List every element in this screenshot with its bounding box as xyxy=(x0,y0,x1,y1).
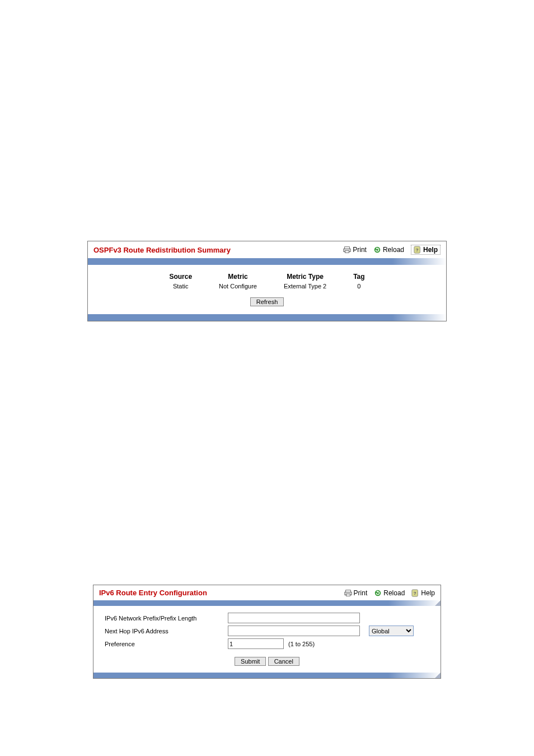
divider-bar-bottom xyxy=(88,314,446,321)
panel-title: IPv6 Route Entry Configuration xyxy=(99,589,344,597)
table-row: Static Not Configure External Type 2 0 xyxy=(156,282,378,291)
panel-header: OSPFv3 Route Redistribution Summary Prin… xyxy=(88,241,446,258)
button-row: Refresh xyxy=(88,292,446,314)
reload-label: Reload xyxy=(383,589,405,597)
cell-source: Static xyxy=(156,282,205,291)
panel-header: IPv6 Route Entry Configuration Print Rel… xyxy=(93,585,441,600)
col-metric: Metric xyxy=(205,272,270,282)
preference-input[interactable] xyxy=(228,638,284,649)
col-tag: Tag xyxy=(340,272,378,282)
table-header-row: Source Metric Metric Type Tag xyxy=(156,272,378,282)
help-label: Help xyxy=(423,246,438,254)
help-icon: ? xyxy=(414,246,421,254)
header-actions: Print Reload ? Help xyxy=(344,589,435,597)
cell-metric: Not Configure xyxy=(205,282,270,291)
help-button[interactable]: ? Help xyxy=(411,589,435,597)
reload-icon xyxy=(374,589,382,597)
cell-metric-type: External Type 2 xyxy=(270,282,340,291)
prefix-row: IPv6 Network Prefix/Prefix Length xyxy=(105,613,429,623)
svg-text:?: ? xyxy=(414,590,416,595)
ospfv3-summary-panel: OSPFv3 Route Redistribution Summary Prin… xyxy=(87,241,447,321)
divider-bar xyxy=(93,600,441,606)
reload-button[interactable]: Reload xyxy=(374,589,405,597)
prefix-input[interactable] xyxy=(228,613,360,623)
reload-label: Reload xyxy=(383,246,404,254)
reload-button[interactable]: Reload xyxy=(373,246,404,254)
summary-table: Source Metric Metric Type Tag Static Not… xyxy=(156,272,378,291)
divider-bar-bottom xyxy=(93,673,441,678)
print-icon xyxy=(344,589,352,597)
reload-icon xyxy=(373,246,381,254)
nexthop-row: Next Hop IPv6 Address Global xyxy=(105,626,429,636)
header-actions: Print Reload ? Help xyxy=(343,245,441,255)
help-label: Help xyxy=(421,589,435,597)
button-row: Submit Cancel xyxy=(93,654,441,673)
panel-title: OSPFv3 Route Redistribution Summary xyxy=(93,246,343,254)
nexthop-scope-select[interactable]: Global xyxy=(369,626,414,636)
col-source: Source xyxy=(156,272,205,282)
print-label: Print xyxy=(354,589,368,597)
prefix-label: IPv6 Network Prefix/Prefix Length xyxy=(105,615,228,622)
preference-label: Preference xyxy=(105,641,228,647)
corner-triangle-icon xyxy=(435,600,441,606)
preference-range: (1 to 255) xyxy=(288,641,315,647)
nexthop-label: Next Hop IPv6 Address xyxy=(105,628,228,634)
preference-row: Preference (1 to 255) xyxy=(105,638,429,649)
cell-tag: 0 xyxy=(340,282,378,291)
ipv6-route-config-panel: IPv6 Route Entry Configuration Print Rel… xyxy=(93,585,441,679)
print-button[interactable]: Print xyxy=(343,246,367,254)
corner-triangle-icon xyxy=(435,673,441,678)
col-metric-type: Metric Type xyxy=(270,272,340,282)
svg-text:?: ? xyxy=(416,248,419,253)
summary-body: Source Metric Metric Type Tag Static Not… xyxy=(88,265,446,292)
divider-bar xyxy=(88,258,446,265)
svg-rect-8 xyxy=(346,594,350,596)
print-label: Print xyxy=(353,246,367,254)
svg-rect-2 xyxy=(345,251,349,253)
refresh-button[interactable]: Refresh xyxy=(250,297,284,306)
help-icon: ? xyxy=(411,589,419,597)
help-button[interactable]: ? Help xyxy=(411,245,441,255)
config-form: IPv6 Network Prefix/Prefix Length Next H… xyxy=(93,606,441,654)
submit-button[interactable]: Submit xyxy=(235,657,266,666)
print-icon xyxy=(343,246,351,254)
cancel-button[interactable]: Cancel xyxy=(268,657,299,666)
nexthop-input[interactable] xyxy=(228,626,360,636)
print-button[interactable]: Print xyxy=(344,589,368,597)
